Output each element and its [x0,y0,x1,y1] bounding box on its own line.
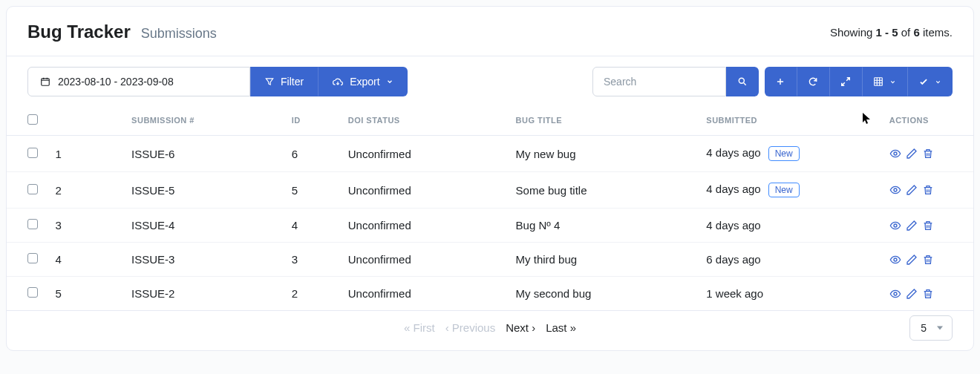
delete-button[interactable] [922,220,934,232]
expand-button[interactable] [829,67,862,96]
row-submitted: 4 days ago [699,209,881,243]
refresh-icon [808,76,818,87]
row-doi-status: Unconfirmed [341,277,509,311]
pager: « First ‹ Previous Next › Last » [404,321,576,334]
view-button[interactable] [889,220,901,232]
row-submission[interactable]: ISSUE-2 [124,277,284,311]
page-size-value: 5 [921,322,927,334]
table-row: 1ISSUE-66UnconfirmedMy new bug4 days ago… [7,136,973,172]
row-submission[interactable]: ISSUE-4 [124,209,284,243]
row-title: My new bug [509,136,699,172]
bulk-actions-button[interactable] [907,67,953,96]
eye-icon [889,148,901,160]
edit-button[interactable] [906,148,918,160]
row-checkbox[interactable] [27,148,38,158]
svg-point-5 [894,224,897,227]
row-checkbox[interactable] [27,219,38,229]
pager-first: « First [404,321,435,334]
columns-button[interactable] [862,67,907,96]
row-id: 6 [284,136,341,172]
showing-suffix: items. [920,26,953,39]
pencil-icon [906,148,918,160]
trash-icon [922,254,934,266]
row-id: 2 [284,277,341,311]
header: Bug Tracker Submissions Showing 1 - 5 of… [7,7,973,56]
select-all-checkbox[interactable] [27,114,38,125]
column-row-number [48,107,124,136]
column-id[interactable]: ID [284,107,341,136]
page-subtitle: Submissions [141,26,217,42]
pencil-icon [906,184,918,196]
view-button[interactable] [889,148,901,160]
row-checkbox[interactable] [27,253,38,263]
table-row: 2ISSUE-55UnconfirmedSome bug title4 days… [7,172,973,209]
view-button[interactable] [889,254,901,266]
main-card: Bug Tracker Submissions Showing 1 - 5 of… [6,6,974,351]
table-row: 3ISSUE-44UnconfirmedBug Nº 44 days ago [7,209,973,243]
row-doi-status: Unconfirmed [341,243,509,277]
showing-prefix: Showing [830,26,876,39]
row-title: Some bug title [509,172,699,209]
svg-point-4 [894,188,897,191]
column-bug-title[interactable]: BUG TITLE [509,107,699,136]
row-checkbox[interactable] [27,184,38,194]
row-submission[interactable]: ISSUE-3 [124,243,284,277]
plus-icon [775,76,785,87]
delete-button[interactable] [922,254,934,266]
column-submitted[interactable]: SUBMITTED [699,107,881,136]
view-button[interactable] [889,288,901,300]
submissions-table: SUBMISSION # ID DOI STATUS BUG TITLE SUB… [7,107,973,310]
showing-of: of [898,26,914,39]
showing-range: 1 - 5 [876,26,898,39]
row-title: Bug Nº 4 [509,209,699,243]
edit-button[interactable] [906,184,918,196]
pencil-icon [906,220,918,232]
add-button[interactable] [765,67,797,96]
edit-button[interactable] [906,254,918,266]
calendar-icon [40,76,50,87]
page-size-select[interactable]: 5 [909,315,953,341]
showing-total: 6 [913,26,919,39]
date-range-picker[interactable]: 2023-08-10 - 2023-09-08 [27,67,250,96]
column-actions: ACTIONS [882,107,973,136]
edit-button[interactable] [906,288,918,300]
trash-icon [922,148,934,160]
funnel-icon [264,76,275,87]
footer: « First ‹ Previous Next › Last » 5 [7,310,973,350]
row-title: My second bug [509,277,699,311]
row-submission[interactable]: ISSUE-5 [124,172,284,209]
column-doi-status[interactable]: DOI STATUS [341,107,509,136]
pager-next[interactable]: Next › [506,321,535,334]
export-label: Export [350,76,379,88]
view-button[interactable] [889,184,901,196]
delete-button[interactable] [922,184,934,196]
trash-icon [922,220,934,232]
row-submitted: 1 week ago [699,277,881,311]
page-title: Bug Tracker [27,22,131,42]
filter-button[interactable]: Filter [250,67,318,96]
trash-icon [922,184,934,196]
row-submission[interactable]: ISSUE-6 [124,136,284,172]
chevron-down-icon [935,79,941,85]
svg-point-7 [894,292,897,295]
search-button[interactable] [726,67,759,96]
toolbar-actions [765,67,953,96]
row-doi-status: Unconfirmed [341,172,509,209]
refresh-button[interactable] [797,67,829,96]
grid-icon [873,76,883,87]
pencil-icon [906,254,918,266]
pager-last[interactable]: Last » [546,321,576,334]
export-button[interactable]: Export [318,67,407,96]
search-input[interactable] [592,67,726,96]
eye-icon [889,184,901,196]
row-checkbox[interactable] [27,287,38,298]
edit-button[interactable] [906,220,918,232]
delete-button[interactable] [922,288,934,300]
download-cloud-icon [332,76,344,87]
delete-button[interactable] [922,148,934,160]
row-number: 3 [48,209,124,243]
expand-icon [840,76,851,87]
toolbar: 2023-08-10 - 2023-09-08 Filter Export [7,56,973,107]
row-number: 5 [48,277,124,311]
column-submission[interactable]: SUBMISSION # [124,107,284,136]
